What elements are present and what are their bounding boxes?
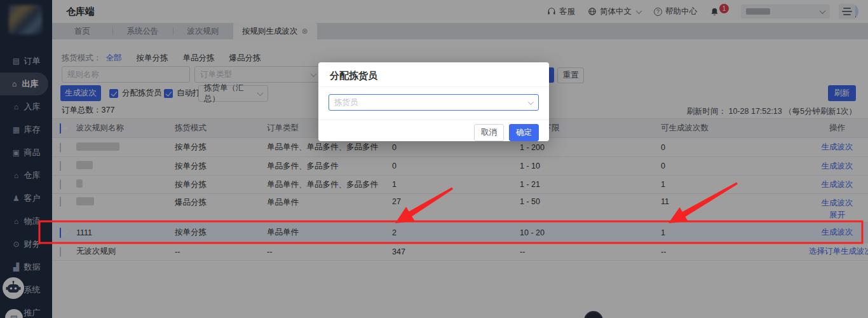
modal-footer: 取消 确定 — [474, 124, 539, 141]
divider — [318, 120, 549, 120]
confirm-button[interactable]: 确定 — [509, 124, 539, 141]
chevron-down-icon — [528, 99, 534, 105]
modal-title: 分配拣货员 — [330, 70, 377, 82]
modal-backdrop[interactable] — [0, 0, 868, 318]
picker-select[interactable]: 拣货员 — [329, 94, 539, 111]
cancel-button[interactable]: 取消 — [474, 124, 504, 141]
assign-picker-modal: 分配拣货员 拣货员 取消 确定 — [318, 62, 549, 141]
divider — [318, 86, 549, 87]
